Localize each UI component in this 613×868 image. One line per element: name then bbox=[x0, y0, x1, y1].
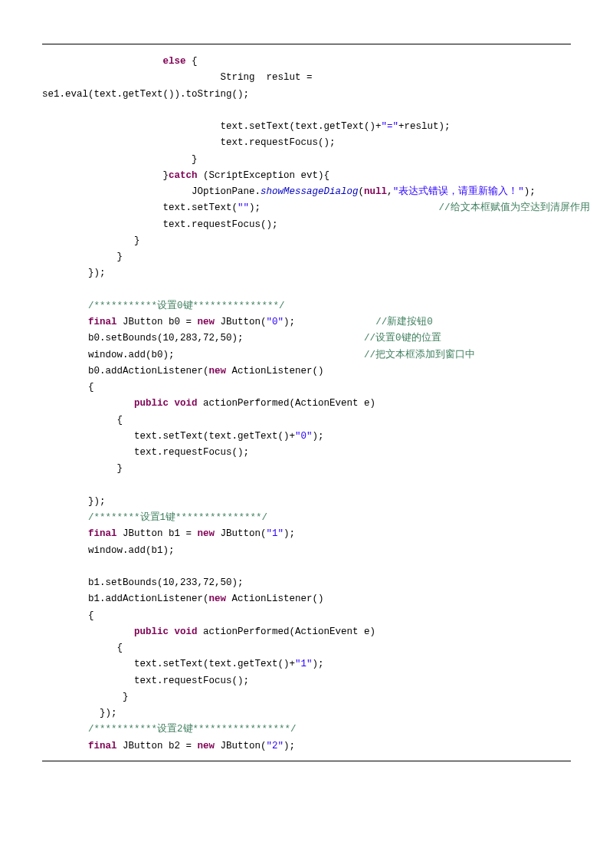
kw-public: public bbox=[134, 626, 169, 637]
kw-void: void bbox=[175, 626, 198, 637]
kw-null: null bbox=[364, 186, 387, 197]
kw-new: new bbox=[198, 528, 215, 539]
kw-final: final bbox=[88, 741, 117, 751]
kw-new: new bbox=[209, 366, 227, 376]
comment: //给文本框赋值为空达到清屏作用 bbox=[439, 202, 590, 213]
top-rule bbox=[42, 44, 571, 44]
comment: //设置0键的位置 bbox=[364, 333, 441, 344]
kw-void: void bbox=[175, 398, 198, 409]
comment-set2: /***********设置2键*****************/ bbox=[88, 724, 297, 735]
kw-public: public bbox=[134, 398, 169, 409]
comment-set0: /***********设置0键***************/ bbox=[88, 301, 285, 311]
kw-catch: catch bbox=[169, 170, 198, 181]
code-block: else { String reslut = se1.eval(text.get… bbox=[42, 54, 571, 755]
kw-new: new bbox=[198, 317, 215, 327]
kw-new: new bbox=[209, 593, 227, 604]
kw-new: new bbox=[198, 741, 215, 751]
kw-final: final bbox=[88, 317, 117, 327]
kw-final: final bbox=[88, 528, 117, 539]
static-method: showMessageDialog bbox=[261, 186, 359, 197]
comment: //把文本框添加到窗口中 bbox=[364, 350, 475, 360]
comment: //新建按钮0 bbox=[375, 317, 433, 327]
comment-set1: /********设置1键***************/ bbox=[88, 512, 267, 523]
document-page: else { String reslut = se1.eval(text.get… bbox=[0, 0, 613, 868]
bottom-rule bbox=[42, 761, 571, 761]
kw-else: else bbox=[163, 56, 186, 67]
